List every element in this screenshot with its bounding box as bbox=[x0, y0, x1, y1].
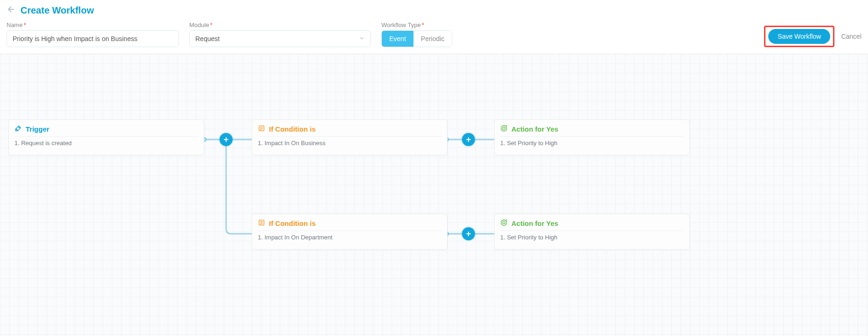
name-label: Name* bbox=[7, 21, 179, 28]
add-step-button[interactable]: + bbox=[462, 227, 475, 240]
action-icon bbox=[500, 219, 508, 228]
add-step-button[interactable]: + bbox=[462, 133, 475, 146]
condition-item: 1. Impact In On Business bbox=[258, 137, 441, 147]
condition-title: If Condition is bbox=[269, 219, 316, 227]
page-title: Create Workflow bbox=[21, 5, 94, 16]
module-value: Request bbox=[195, 35, 220, 42]
action-icon bbox=[500, 125, 508, 133]
name-input[interactable] bbox=[7, 30, 179, 47]
back-icon[interactable] bbox=[7, 5, 16, 16]
condition-icon bbox=[258, 219, 265, 228]
svg-point-17 bbox=[503, 127, 505, 129]
condition-title: If Condition is bbox=[269, 125, 316, 133]
svg-point-19 bbox=[503, 221, 505, 224]
workflow-type-periodic[interactable]: Periodic bbox=[413, 31, 452, 47]
action-item: 1. Set Priority to High bbox=[500, 231, 684, 241]
condition-item: 1. Impact In On Department bbox=[258, 231, 441, 241]
node-action-1[interactable]: Action for Yes 1. Set Priority to High bbox=[494, 119, 690, 155]
trigger-title: Trigger bbox=[26, 125, 49, 133]
save-button[interactable]: Save Workflow bbox=[768, 29, 830, 44]
workflow-canvas[interactable]: + + + Trigger 1. Request is created If C… bbox=[0, 54, 868, 336]
svg-point-7 bbox=[19, 127, 20, 128]
module-label: Module* bbox=[189, 21, 371, 28]
cancel-button[interactable]: Cancel bbox=[841, 33, 861, 40]
workflow-type-event[interactable]: Event bbox=[382, 31, 413, 47]
node-condition-2[interactable]: If Condition is 1. Impact In On Departme… bbox=[252, 214, 448, 250]
node-trigger[interactable]: Trigger 1. Request is created bbox=[8, 119, 204, 155]
condition-icon bbox=[258, 125, 265, 133]
node-action-2[interactable]: Action for Yes 1. Set Priority to High bbox=[494, 214, 690, 250]
add-step-button[interactable]: + bbox=[220, 133, 233, 146]
module-select[interactable]: Request bbox=[189, 30, 371, 47]
action-title: Action for Yes bbox=[511, 219, 558, 227]
trigger-item: 1. Request is created bbox=[14, 137, 198, 147]
workflow-type-label: Workflow Type* bbox=[381, 21, 452, 28]
workflow-type-segmented: Event Periodic bbox=[381, 30, 452, 47]
save-highlight: Save Workflow bbox=[764, 26, 834, 47]
action-item: 1. Set Priority to High bbox=[500, 137, 684, 147]
action-title: Action for Yes bbox=[511, 125, 558, 133]
chevron-down-icon bbox=[358, 35, 365, 43]
rocket-icon bbox=[14, 125, 22, 133]
node-condition-1[interactable]: If Condition is 1. Impact In On Business bbox=[252, 119, 448, 155]
